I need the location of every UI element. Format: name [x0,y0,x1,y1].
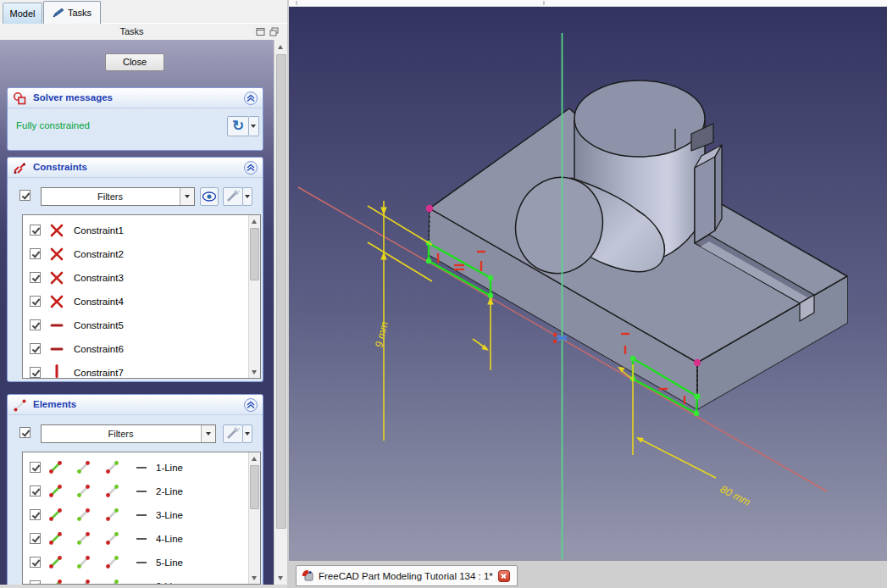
collapse-icon[interactable] [244,92,258,105]
constraints-title: Constraints [33,162,87,172]
constraint-label: Constraint4 [74,297,124,307]
horizontal-constraint-icon [49,318,64,335]
constraint-checkbox[interactable] [30,367,41,378]
external-point[interactable] [426,205,433,212]
close-document-icon[interactable] [498,570,510,582]
constraint-checkbox[interactable] [30,225,41,236]
vertical-constraint-icon [49,363,64,379]
coincident-constraint-icon [49,247,64,263]
edge-icon [48,579,63,585]
tab-tasks[interactable]: Tasks [43,1,101,24]
scroll-up-icon[interactable] [249,215,260,227]
elements-header[interactable]: Elements [8,395,263,415]
edge-type-icon [136,463,147,474]
element-row[interactable]: 4-Line [23,527,260,551]
element-checkbox[interactable] [30,557,41,568]
constraints-header[interactable]: Constraints [8,158,263,178]
constraint-checkbox[interactable] [30,319,41,330]
end-point-icon [105,460,119,476]
elements-settings-dropdown[interactable] [242,424,252,443]
external-point[interactable] [694,359,701,366]
close-button[interactable]: Close [105,53,164,71]
close-button-label: Close [123,57,147,67]
panel-titlebar: Tasks [0,24,289,40]
element-label: 5-Line [156,557,183,568]
elements-visibility-checkbox[interactable] [19,427,30,438]
element-label: 1-Line [156,463,183,473]
freecad-icon [302,569,313,583]
constraint-row[interactable]: Constraint5 [23,313,260,337]
start-point-icon [76,460,91,476]
end-point-icon [105,531,119,547]
constraint-checkbox[interactable] [30,272,41,283]
refresh-icon[interactable]: ↻ [227,116,249,136]
element-row[interactable]: 6-Line [23,574,260,585]
element-label: 3-Line [156,510,183,520]
constraint-row[interactable]: Constraint6 [23,337,260,361]
constraint-label: Constraint2 [74,249,124,259]
constraint-row[interactable]: Constraint1 [23,219,260,242]
element-row[interactable]: 2-Line [23,480,260,503]
coincident-constraint-icon [49,294,64,311]
scrollbar-thumb[interactable] [276,54,286,529]
constraint-row[interactable]: Constraint2 [23,242,260,266]
constraints-list-scrollbar[interactable] [248,215,260,378]
float-icon[interactable] [269,27,279,36]
constraints-visibility-checkbox[interactable] [19,190,30,201]
coincident-constraint-icon [49,270,64,287]
element-checkbox[interactable] [30,485,41,496]
constraint-checkbox[interactable] [30,248,41,259]
tab-tasks-label: Tasks [68,8,91,18]
3d-viewport[interactable]: 9 mm 80 mm [289,7,887,561]
element-label: 2-Line [156,486,183,496]
tab-model[interactable]: Model [3,3,42,24]
constraint-label: Constraint1 [74,225,124,236]
scroll-down-icon[interactable] [249,366,260,378]
panel-bottom-edge [0,585,289,588]
scrollbar-thumb[interactable] [250,228,259,280]
elements-title: Elements [33,399,76,409]
constraint-checkbox[interactable] [30,296,41,307]
collapse-icon[interactable] [244,398,258,412]
dock-icon[interactable] [256,27,265,36]
scrollbar-thumb[interactable] [250,465,259,509]
constraints-filter-select[interactable]: Filters [41,187,195,206]
document-tab[interactable]: FreeCAD Part Modeling Tutorial 134 : 1* [296,565,518,586]
constraint-checkbox[interactable] [30,343,41,354]
constraints-settings-dropdown[interactable] [242,187,252,206]
start-point-icon [76,484,91,500]
constraint-row[interactable]: Constraint3 [23,266,260,290]
element-row[interactable]: 5-Line [23,551,260,574]
element-checkbox[interactable] [30,533,41,544]
chevron-down-icon [180,188,194,205]
scroll-up-icon[interactable] [249,452,260,464]
element-row[interactable]: 3-Line [23,503,260,527]
collapse-icon[interactable] [244,161,258,175]
scroll-down-icon[interactable] [274,572,287,584]
scroll-up-icon[interactable] [274,41,287,53]
constraints-settings-button[interactable] [223,187,243,206]
elements-filter-select[interactable]: Filters [41,424,216,443]
edge-type-icon [136,486,147,498]
element-checkbox[interactable] [30,462,41,473]
show-constraints-button[interactable] [200,187,219,206]
end-point-icon [105,579,119,585]
element-checkbox[interactable] [30,509,41,520]
scroll-down-icon[interactable] [249,572,260,584]
constraint-label: Constraint5 [74,320,124,330]
constraint-row[interactable]: Constraint4 [23,290,260,313]
edge-icon [48,508,63,524]
constraint-row[interactable]: Constraint7 [23,361,260,379]
edge-icon [48,484,63,500]
refresh-dropdown-arrow-icon[interactable] [249,116,259,136]
solver-messages-header[interactable]: Solver messages [8,88,263,108]
tab-model-label: Model [10,8,36,19]
element-row[interactable]: 1-Line [23,456,260,480]
panel-scrollbar[interactable] [274,40,287,585]
element-label: 4-Line [156,534,183,544]
elements-settings-button[interactable] [223,424,243,443]
elements-list-scrollbar[interactable] [248,452,260,584]
freecad-window: Model Tasks Tasks Close [0,0,887,588]
solver-icon [13,92,27,108]
pencil-icon [53,8,64,18]
